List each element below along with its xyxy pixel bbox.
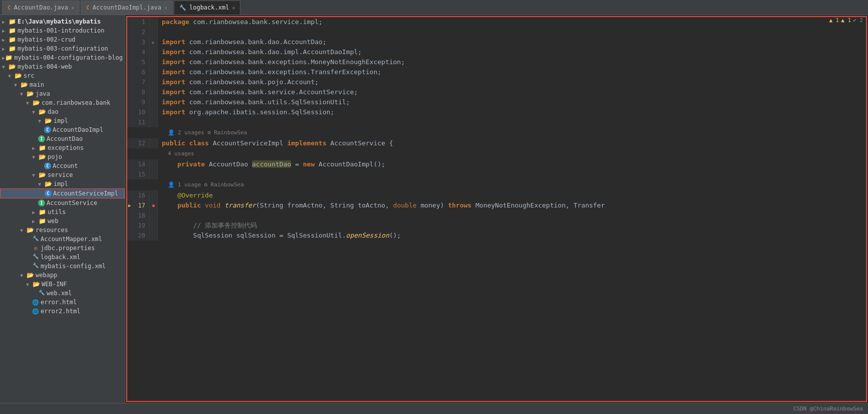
class-icon: C <box>45 190 52 197</box>
tab-close[interactable]: ✕ <box>164 5 167 11</box>
sidebar-item-004-web[interactable]: 📂 mybatis-004-web <box>0 62 125 71</box>
sidebar-item-label: service <box>48 171 73 178</box>
line-gutter: ▶ <box>150 37 158 47</box>
line-number: 1 <box>127 17 150 27</box>
tab-label: AccountDao.java <box>14 4 68 11</box>
tab-close[interactable]: ✕ <box>232 5 235 11</box>
sidebar-item-root[interactable]: 📁 E:\Java\mybatis\mybatis <box>0 17 125 26</box>
line-content: private AccountDao accountDao = new Acco… <box>158 159 866 169</box>
folder-icon: 📁 <box>8 45 16 52</box>
line-gutter <box>150 17 158 27</box>
sidebar-item-001[interactable]: 📁 mybatis-001-introduction <box>0 26 125 35</box>
sidebar-item-accountmapper[interactable]: 🔧 AccountMapper.xml <box>0 235 125 244</box>
line-content: import com.rianbowsea.bank.utils.SqlSess… <box>158 97 866 107</box>
line-content <box>158 211 866 221</box>
usages-line-4: 4 usages <box>127 148 866 159</box>
line-gutter <box>150 27 158 37</box>
folder-icon: 📂 <box>20 81 28 88</box>
tab-close[interactable]: ✕ <box>71 5 74 11</box>
sidebar-item-web[interactable]: 📁 web <box>0 217 125 226</box>
sidebar-item-label: mybatis-001-introduction <box>18 27 104 34</box>
sidebar-item-label: webapp <box>36 272 57 279</box>
sidebar-item-resources[interactable]: 📂 resources <box>0 226 125 235</box>
sidebar-item-utils[interactable]: 📁 utils <box>0 208 125 217</box>
code-line-6: 6 import com.rianbowsea.bank.exceptions.… <box>127 67 866 77</box>
arrow-icon <box>2 19 8 25</box>
folder-icon: 📂 <box>38 108 46 115</box>
usages-icon: 👤 <box>168 128 175 137</box>
folder-icon: 📁 <box>38 144 46 151</box>
sidebar-item-accountdaoimpl[interactable]: C AccountDaoImpl <box>0 125 125 134</box>
code-line-14: 14 private AccountDao accountDao = new A… <box>127 159 866 169</box>
line-content: public void transfer(String fromActno, S… <box>158 200 866 211</box>
folder-icon: 📁 <box>8 36 16 43</box>
sidebar-item-003[interactable]: 📁 mybatis-003-configuration <box>0 44 125 53</box>
arrow-icon <box>32 145 38 151</box>
folder-icon: 📂 <box>26 90 34 97</box>
sidebar-item-service[interactable]: 📂 service <box>0 170 125 179</box>
sidebar-item-error[interactable]: 🌐 error.html <box>0 298 125 307</box>
code-line-2: 2 <box>127 27 866 37</box>
sidebar-item-004-blog[interactable]: 📁 mybatis-004-configuration-blog <box>0 53 125 62</box>
ok-indicator: ✔ 2 <box>853 17 863 24</box>
sidebar-item-logback[interactable]: 🔧 logback.xml <box>0 253 125 262</box>
sidebar-item-webxml[interactable]: 🔧 web.xml <box>0 289 125 298</box>
sidebar-item-webinf[interactable]: 📂 WEB-INF <box>0 280 125 289</box>
file-icon: ⚙ <box>32 245 39 252</box>
line-content: import com.rianbowsea.bank.dao.impl.Acco… <box>158 47 866 57</box>
line-gutter <box>150 57 158 67</box>
sidebar-item-accountservice[interactable]: I AccountService <box>0 198 125 208</box>
sidebar-item-account[interactable]: C Account <box>0 161 125 170</box>
tab-logback[interactable]: 🔧 logback.xml ✕ <box>174 1 241 15</box>
xml-icon: 🔧 <box>32 254 39 261</box>
sidebar-item-impl-dao[interactable]: 📂 impl <box>0 116 125 125</box>
tab-accountdaoimpl[interactable]: C AccountDaoImpl.java ✕ <box>81 1 173 15</box>
sidebar-item-accountserviceimpl[interactable]: C AccountServiceImpl <box>0 188 125 198</box>
line-number: 18 <box>127 211 150 221</box>
line-number: 10 <box>127 107 150 117</box>
sidebar-item-error2[interactable]: 🌐 error2.html <box>0 307 125 316</box>
sidebar-item-dao[interactable]: 📂 dao <box>0 107 125 116</box>
arrow-icon <box>32 154 38 160</box>
line-gutter <box>150 97 158 107</box>
usages-text: 1 usage <box>178 180 201 189</box>
sidebar-item-002[interactable]: 📁 mybatis-002-crud <box>0 35 125 44</box>
sidebar-item-java[interactable]: 📂 java <box>0 89 125 98</box>
sidebar-item-label: AccountServiceImpl <box>53 190 118 197</box>
tab-accountdao[interactable]: C AccountDao.java ✕ <box>2 1 80 15</box>
folder-icon: 📂 <box>32 99 40 106</box>
sidebar-item-exceptions[interactable]: 📁 exceptions <box>0 143 125 152</box>
html-icon: 🌐 <box>32 308 39 315</box>
folder-icon: 📂 <box>8 63 16 70</box>
code-line-19: 19 // 添加事务控制代码 <box>127 221 866 231</box>
sidebar-item-src[interactable]: 📂 src <box>0 71 125 80</box>
arrow-icon <box>38 118 44 124</box>
sidebar-item-accountdao[interactable]: I AccountDao <box>0 134 125 143</box>
code-line-15: 15 <box>127 169 866 179</box>
sidebar-item-webapp[interactable]: 📂 webapp <box>0 271 125 280</box>
sidebar-item-mybatis-config[interactable]: 🔧 mybatis-config.xml <box>0 262 125 271</box>
sidebar-item-label: impl <box>54 117 68 124</box>
sidebar-item-pojo[interactable]: 📂 pojo <box>0 152 125 161</box>
sidebar-item-label: AccountDaoImpl <box>53 126 103 133</box>
line-gutter: ● <box>150 200 158 211</box>
sidebar-item-label: src <box>24 72 35 79</box>
sidebar-item-package[interactable]: 📂 com.rianbowsea.bank <box>0 98 125 107</box>
usages-line-2: 👤 2 usages ⚙ RainbowSea <box>127 127 866 138</box>
line-gutter <box>150 47 158 57</box>
code-line-16: 16 @Override <box>127 190 866 200</box>
sidebar-item-impl-service[interactable]: 📂 impl <box>0 179 125 188</box>
sidebar-item-main[interactable]: 📂 main <box>0 80 125 89</box>
code-container[interactable]: 1 package com.rianbowsea.bank.service.im… <box>126 16 867 402</box>
line-gutter <box>150 107 158 117</box>
folder-icon: 📁 <box>38 218 46 225</box>
arrow-icon <box>32 172 38 178</box>
line-number: 20 <box>127 231 150 241</box>
sidebar-item-jdbc[interactable]: ⚙ jdbc.properties <box>0 244 125 253</box>
sidebar: 📁 E:\Java\mybatis\mybatis 📁 mybatis-001-… <box>0 15 125 403</box>
sidebar-item-label: main <box>30 81 44 88</box>
arrow-icon <box>20 228 26 233</box>
java-icon: C <box>8 5 11 11</box>
line-number: 12 <box>127 138 150 148</box>
code-indicators: ▲ 1 ▲ 1 ✔ 2 <box>829 17 863 24</box>
